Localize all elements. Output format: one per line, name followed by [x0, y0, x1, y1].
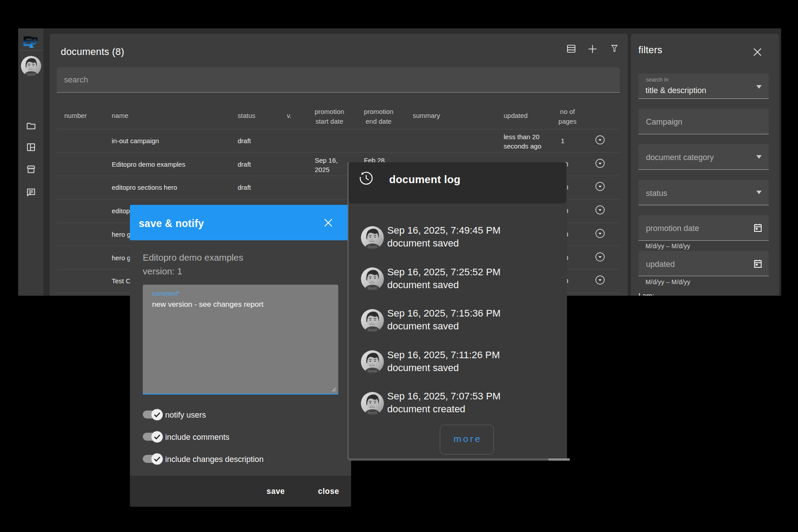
svg-text:p: p — [29, 35, 38, 47]
